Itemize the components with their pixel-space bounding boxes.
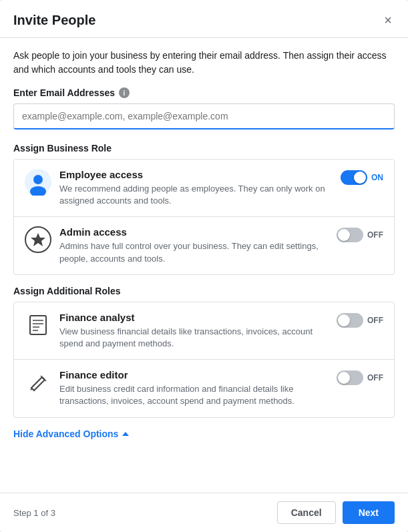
next-button[interactable]: Next <box>343 501 395 524</box>
email-section-title: Enter Email Addresses i <box>13 87 395 98</box>
employee-role-desc: We recommend adding people as employees.… <box>59 183 333 207</box>
svg-marker-4 <box>31 233 45 246</box>
footer-buttons: Cancel Next <box>277 501 395 524</box>
modal-header: Invite People × <box>0 0 408 38</box>
admin-toggle-container: OFF <box>337 226 383 242</box>
finance-editor-role-item: Finance editor Edit business credit card… <box>14 360 394 417</box>
email-input[interactable] <box>13 103 395 129</box>
modal-body: Ask people to join your business by ente… <box>0 38 408 493</box>
employee-role-name: Employee access <box>59 169 333 180</box>
chevron-up-icon <box>122 432 129 436</box>
finance-editor-role-content: Finance editor Edit business credit card… <box>59 369 329 407</box>
admin-toggle[interactable] <box>337 228 363 242</box>
additional-roles-section: Finance analyst View business financial … <box>13 302 395 418</box>
finance-editor-icon <box>25 369 51 396</box>
modal-title: Invite People <box>13 13 95 28</box>
hide-advanced-options-label: Hide Advanced Options <box>13 429 118 439</box>
admin-role-content: Admin access Admins have full control ov… <box>59 226 329 264</box>
finance-analyst-role-item: Finance analyst View business financial … <box>14 302 394 360</box>
cancel-button[interactable]: Cancel <box>277 501 336 524</box>
employee-toggle-container: ON <box>341 169 383 185</box>
email-info-icon[interactable]: i <box>119 87 130 98</box>
finance-analyst-icon <box>25 312 51 338</box>
finance-editor-toggle[interactable] <box>337 370 363 385</box>
close-button[interactable]: × <box>381 11 395 29</box>
admin-role-desc: Admins have full control over your busin… <box>59 240 329 264</box>
svg-point-1 <box>33 175 43 184</box>
invite-people-modal: Invite People × Ask people to join your … <box>0 0 408 532</box>
business-role-section-title: Assign Business Role <box>13 143 395 154</box>
finance-analyst-toggle[interactable] <box>337 313 363 328</box>
admin-role-item: Admin access Admins have full control ov… <box>14 217 394 274</box>
modal-description: Ask people to join your business by ente… <box>13 49 395 77</box>
finance-analyst-role-desc: View business financial details like tra… <box>59 326 329 350</box>
finance-editor-toggle-container: OFF <box>337 369 383 385</box>
finance-editor-role-name: Finance editor <box>59 369 329 380</box>
modal-footer: Step 1 of 3 Cancel Next <box>0 493 408 532</box>
admin-role-name: Admin access <box>59 226 329 238</box>
admin-toggle-label: OFF <box>367 230 383 240</box>
svg-rect-5 <box>30 316 46 334</box>
admin-icon <box>25 226 51 253</box>
employee-role-item: Employee access We recommend adding peop… <box>14 160 394 217</box>
finance-analyst-role-content: Finance analyst View business financial … <box>59 312 329 350</box>
business-roles-section: Employee access We recommend adding peop… <box>13 159 395 275</box>
employee-role-content: Employee access We recommend adding peop… <box>59 169 333 207</box>
additional-roles-section-title: Assign Additional Roles <box>13 286 395 296</box>
finance-analyst-toggle-label: OFF <box>367 316 383 325</box>
step-label: Step 1 of 3 <box>13 508 55 518</box>
employee-toggle-label: ON <box>371 173 383 182</box>
employee-toggle[interactable] <box>341 170 367 185</box>
finance-editor-role-desc: Edit business credit card information an… <box>59 383 329 407</box>
employee-icon <box>25 169 51 196</box>
finance-analyst-role-name: Finance analyst <box>59 312 329 323</box>
finance-analyst-toggle-container: OFF <box>337 312 383 328</box>
hide-advanced-options-link[interactable]: Hide Advanced Options <box>13 429 129 439</box>
finance-editor-toggle-label: OFF <box>367 373 383 382</box>
